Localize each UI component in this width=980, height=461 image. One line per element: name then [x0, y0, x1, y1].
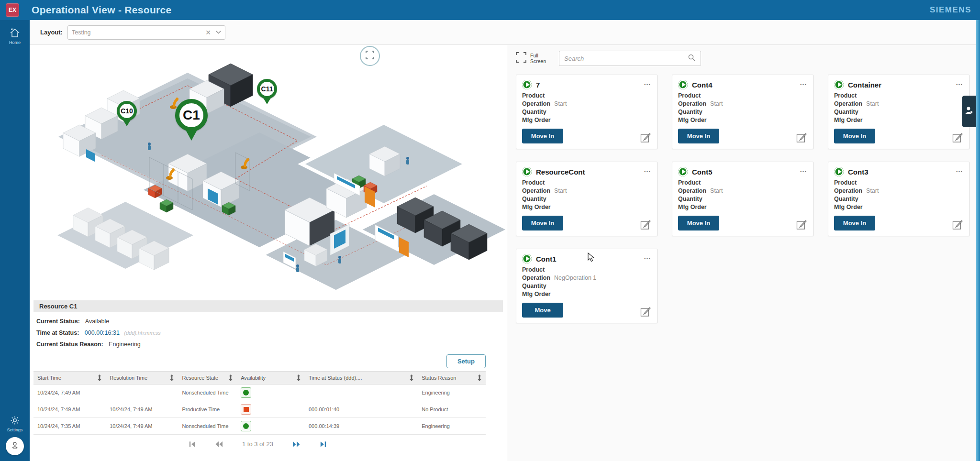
setup-button[interactable]: Setup: [446, 354, 486, 368]
resource-section-title: Resource C1: [33, 300, 503, 312]
full-screen-label: Full Screen: [530, 53, 552, 64]
cell-availability: [237, 401, 305, 418]
cell-availability: [237, 384, 305, 401]
sort-icon[interactable]: [296, 374, 301, 381]
edit-note-icon[interactable]: [796, 132, 807, 143]
play-status-icon: [834, 80, 844, 89]
overflow-menu-icon[interactable]: [800, 81, 807, 85]
quantity-label: Quantity: [522, 196, 546, 202]
sidebar-item-settings[interactable]: Settings: [7, 415, 23, 432]
search-icon[interactable]: [688, 54, 696, 64]
layout-combobox[interactable]: ✕: [67, 25, 225, 40]
play-status-icon: [522, 254, 532, 263]
sort-icon[interactable]: [97, 374, 102, 381]
container-card[interactable]: Cont1 Product OperationNegOperation 1 Qu…: [516, 249, 657, 323]
quantity-label: Quantity: [834, 196, 858, 202]
move-in-button[interactable]: Move In: [678, 129, 719, 143]
siemens-logo: SIEMENS: [930, 5, 971, 15]
availability-status-icon: [241, 404, 251, 415]
overflow-menu-icon[interactable]: [644, 255, 651, 259]
app-logo[interactable]: EX: [6, 3, 19, 17]
move-in-button[interactable]: Move In: [678, 216, 719, 230]
search-input[interactable]: [564, 55, 688, 62]
scrollbar[interactable]: [976, 20, 980, 461]
operation-value: Start: [554, 187, 567, 194]
previous-page-icon[interactable]: [215, 441, 223, 448]
sidebar-item-home[interactable]: Home: [9, 28, 21, 45]
move-button[interactable]: Move: [522, 303, 563, 318]
chevron-down-icon[interactable]: [216, 31, 221, 34]
status-reason-label: Current Status Reason:: [36, 341, 103, 348]
map-marker-c11[interactable]: C11: [257, 79, 277, 104]
layout-input[interactable]: [72, 29, 200, 36]
cell-status-reason: Engineering: [418, 384, 486, 401]
move-in-button[interactable]: Move In: [834, 129, 875, 143]
container-card[interactable]: Cont3 Product OperationStart Quantity Mf…: [828, 162, 969, 236]
overflow-menu-icon[interactable]: [644, 168, 651, 172]
overflow-menu-icon[interactable]: [956, 81, 963, 85]
play-status-icon: [678, 167, 688, 176]
search-field[interactable]: [559, 51, 701, 66]
operation-value: Start: [866, 100, 879, 107]
container-card[interactable]: Cont5 Product OperationStart Quantity Mf…: [672, 162, 813, 236]
first-page-icon[interactable]: [189, 441, 196, 448]
play-status-icon: [678, 80, 688, 89]
sort-icon[interactable]: [228, 374, 233, 381]
col-start-time[interactable]: Start Time: [33, 372, 106, 384]
edit-note-icon[interactable]: [796, 219, 807, 230]
overflow-menu-icon[interactable]: [956, 168, 963, 172]
user-avatar-button[interactable]: [6, 437, 24, 455]
time-at-status-label: Time at Status:: [36, 329, 79, 336]
col-resource-state[interactable]: Resource State: [178, 372, 237, 384]
sort-icon[interactable]: [169, 374, 174, 381]
col-status-reason[interactable]: Status Reason: [418, 372, 486, 384]
edit-note-icon[interactable]: [952, 132, 963, 143]
move-in-button[interactable]: Move In: [834, 216, 875, 230]
overflow-menu-icon[interactable]: [644, 81, 651, 85]
sort-icon[interactable]: [409, 374, 414, 381]
map-marker-c1[interactable]: C1: [175, 99, 208, 141]
main-content: Layout: ✕: [30, 20, 980, 461]
marker-label: C10: [121, 107, 133, 115]
edit-note-icon[interactable]: [640, 219, 651, 230]
card-title: Container: [848, 81, 881, 89]
operation-label: Operation: [678, 100, 706, 107]
factory-map[interactable]: C1 C10 C11: [30, 45, 507, 297]
container-card[interactable]: 7 Product OperationStart Quantity Mfg Or…: [516, 75, 657, 149]
container-card[interactable]: Cont4 Product OperationStart Quantity Mf…: [672, 75, 813, 149]
full-screen-toggle[interactable]: Full Screen: [516, 52, 552, 65]
edit-note-icon[interactable]: [640, 306, 651, 318]
table-row[interactable]: 10/24/24, 7:35 AM 10/24/24, 7:49 AM Nons…: [33, 418, 486, 435]
product-label: Product: [678, 179, 701, 186]
marker-label: C11: [261, 85, 273, 93]
edit-note-icon[interactable]: [640, 132, 651, 143]
operation-label: Operation: [678, 187, 706, 194]
resource-state-table: Start Time Resolution Time Resource Stat…: [33, 371, 486, 435]
last-page-icon[interactable]: [320, 441, 327, 448]
move-in-button[interactable]: Move In: [522, 216, 563, 230]
clear-icon[interactable]: ✕: [205, 29, 211, 36]
table-row[interactable]: 10/24/24, 7:49 AM Nonscheduled Time Engi…: [33, 384, 486, 401]
container-card[interactable]: ResourceCont Product OperationStart Quan…: [516, 162, 657, 236]
table-row[interactable]: 10/24/24, 7:49 AM 10/24/24, 7:49 AM Prod…: [33, 401, 486, 418]
product-label: Product: [834, 179, 857, 186]
container-card[interactable]: Container Product OperationStart Quantit…: [828, 75, 969, 149]
overflow-menu-icon[interactable]: [800, 168, 807, 172]
fit-to-screen-button[interactable]: [360, 46, 380, 66]
col-resolution-time[interactable]: Resolution Time: [106, 372, 178, 384]
play-status-icon: [522, 167, 532, 176]
col-time-at-status[interactable]: Time at Status (ddd)....: [305, 372, 418, 384]
user-panel-flyout-tab[interactable]: [962, 96, 976, 127]
operation-label: Operation: [522, 187, 550, 194]
sort-icon[interactable]: [477, 374, 482, 381]
gear-icon: [10, 415, 20, 426]
col-availability[interactable]: Availability: [237, 372, 305, 384]
map-marker-c10[interactable]: C10: [117, 101, 137, 126]
move-in-button[interactable]: Move In: [522, 129, 563, 143]
cell-time-at-status: [305, 384, 418, 401]
availability-status-icon: [241, 421, 251, 431]
edit-note-icon[interactable]: [952, 219, 963, 230]
cell-status-reason: Engineering: [418, 418, 486, 435]
next-page-icon[interactable]: [292, 441, 301, 448]
mfg-order-label: Mfg Order: [522, 291, 551, 297]
